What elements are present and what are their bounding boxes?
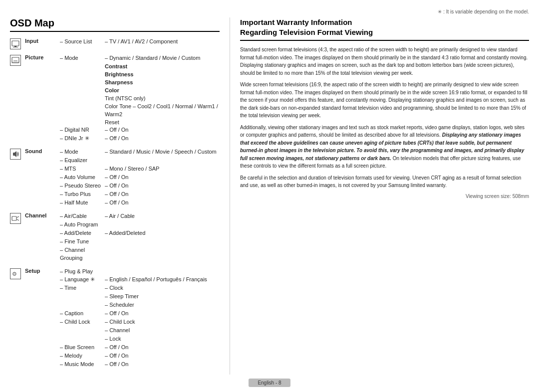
sound-dash-3: – Auto Volume [60,174,105,182]
sound-items: – Mode – Standard / Music / Movie / Spee… [60,148,220,207]
warranty-title-line1: Important Warranty Information [240,18,352,26]
input-icon-col [10,38,25,49]
channel-dash-1: – Auto Program [60,221,105,229]
picture-label: Picture [25,54,60,60]
section-setup: ⚙ Setup – Plug & Play – Language ✳ – Eng… [10,268,220,369]
setup-dash-4 [60,301,105,309]
section-sound: Sound – Mode – Standard / Music / Movie … [10,148,220,207]
viewing-size: Viewing screen size: 508mm [240,194,529,199]
svg-rect-2 [13,47,18,47]
picture-dash-0: – Mode [60,54,105,62]
input-value-0: – TV / AV1 / AV2 / Component [105,38,220,46]
sound-value-4: – Off / On [105,182,220,190]
page: ✳ : It is variable depending on the mode… [0,0,539,392]
channel-dash-3: – Fine Tune [60,238,105,246]
svg-line-8 [17,216,19,217]
input-icon [10,38,21,49]
warranty-para-0: Standard screen format televisions (4:3,… [240,46,529,77]
picture-row-8: – Digital NR – Off / On [60,126,220,134]
left-panel: OSD Map Input – Source List – TV / AV1 /… [10,17,220,375]
setup-value-8: – Lock [105,335,220,343]
warranty-title: Important Warranty Information Regarding… [240,17,529,41]
setup-row-2: – Time – Clock [60,284,220,292]
svg-rect-1 [14,46,16,47]
channel-value-2: – Added/Deleted [105,229,220,237]
sound-row-0: – Mode – Standard / Music / Movie / Spee… [60,148,220,156]
setup-items: – Plug & Play – Language ✳ – English / E… [60,268,220,369]
picture-reset: Reset [60,119,220,127]
sound-icon [10,149,21,160]
picture-color: Color [60,87,220,95]
input-row-0: – Source List – TV / AV1 / AV2 / Compone… [60,38,220,46]
setup-row-11: – Music Mode – Off / On [60,361,220,369]
sound-dash-2: – MTS [60,165,105,173]
setup-value-7: – Channel [105,327,220,335]
input-label: Input [25,38,60,44]
channel-row-0: – Air/Cable – Air / Cable [60,212,220,220]
setup-dash-7 [60,327,105,335]
channel-dash-0: – Air/Cable [60,212,105,220]
picture-tint: Tint (NTSC only) [60,95,220,103]
picture-icon-col [10,54,25,66]
footer-badge: English - 8 [249,379,290,387]
main-content: OSD Map Input – Source List – TV / AV1 /… [10,17,529,375]
setup-value-5: – Off / On [105,310,220,318]
setup-row-8: – Lock [60,335,220,343]
setup-dash-2: – Time [60,284,105,292]
picture-colortone: Color Tone – Cool2 / Cool1 / Normal / Wa… [60,103,220,119]
svg-line-9 [17,219,19,220]
sound-row-6: – Half Mute – Off / On [60,199,220,207]
sound-value-2: – Mono / Stereo / SAP [105,165,220,173]
sound-dash-6: – Half Mute [60,199,105,207]
channel-items: – Air/Cable – Air / Cable – Auto Program… [60,212,220,263]
channel-row-4: – Channel Grouping [60,246,220,262]
sound-row-2: – MTS – Mono / Stereo / SAP [60,165,220,173]
channel-dash-2: – Add/Delete [60,229,105,237]
setup-row-7: – Channel [60,327,220,335]
setup-dash-10: – Melody [60,352,105,360]
sound-row-1: – Equalizer [60,157,220,165]
setup-row-4: – Scheduler [60,301,220,309]
warranty-title-line2: Regarding Television Format Viewing [240,28,373,36]
channel-row-1: – Auto Program [60,221,220,229]
setup-value-0 [105,268,220,276]
sound-value-0: – Standard / Music / Movie / Speech / Cu… [105,148,220,156]
sound-dash-1: – Equalizer [60,157,105,165]
warranty-italic: Displaying any stationary images that ex… [240,132,524,161]
setup-dash-9: – Blue Screen [60,344,105,352]
setup-value-9: – Off / On [105,344,220,352]
channel-icon [10,213,21,224]
channel-value-0: – Air / Cable [105,212,220,220]
osd-title: OSD Map [10,17,220,32]
picture-value-9: – Off / On [105,135,220,143]
picture-icon [10,55,21,66]
setup-value-2: – Clock [105,284,220,292]
section-picture: Picture – Mode – Dynamic / Standard / Mo… [10,54,220,143]
setup-row-10: – Melody – Off / On [60,352,220,360]
sound-value-1 [105,157,220,165]
picture-row-9: – DNIe Jr ✳ – Off / On [60,135,220,143]
sound-label: Sound [25,148,60,154]
setup-label: Setup [25,268,60,274]
footer: English - 8 [10,379,529,387]
sound-row-5: – Turbo Plus – Off / On [60,191,220,198]
setup-value-10: – Off / On [105,352,220,360]
warranty-para-3: Be careful in the selection and duration… [240,174,529,190]
setup-value-6: – Child Lock [105,318,220,326]
picture-brightness: Brightness [60,71,220,79]
svg-rect-0 [12,41,19,46]
setup-row-1: – Language ✳ – English / Español / Portu… [60,276,220,284]
picture-dash-9: – DNIe Jr ✳ [60,135,105,143]
picture-dash-8: – Digital NR [60,126,105,134]
sound-value-5: – Off / On [105,191,220,198]
setup-dash-6: – Child Lock [60,318,105,326]
sound-value-3: – Off / On [105,174,220,182]
picture-items: – Mode – Dynamic / Standard / Movie / Cu… [60,54,220,143]
setup-dash-8 [60,335,105,343]
setup-icon: ⚙ [10,268,21,279]
setup-dash-1: – Language ✳ [60,276,105,284]
channel-label: Channel [25,212,60,218]
sound-dash-4: – Pseudo Stereo [60,182,105,190]
channel-row-3: – Fine Tune [60,238,220,246]
setup-row-3: – Sleep Timer [60,293,220,301]
